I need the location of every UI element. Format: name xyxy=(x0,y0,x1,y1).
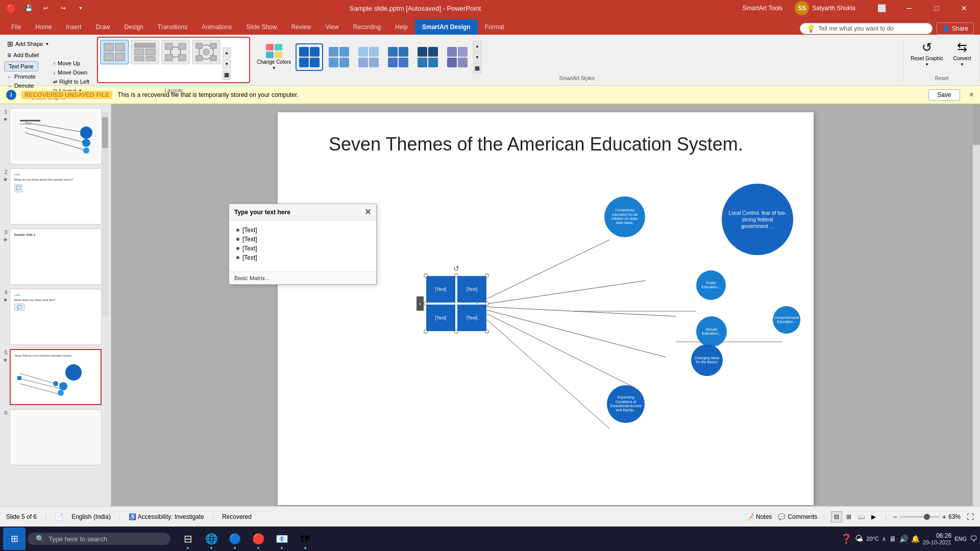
handle-tl[interactable] xyxy=(424,273,428,278)
text-pane-close-button[interactable]: ✕ xyxy=(364,207,371,217)
text-pane-text-1[interactable]: [Text] xyxy=(242,227,257,234)
customize-qat-button[interactable]: ▼ xyxy=(74,1,88,15)
zoom-level[interactable]: 63% xyxy=(948,513,961,520)
convert-button[interactable]: ⇆ Convert ▼ xyxy=(949,39,975,68)
handle-mr[interactable] xyxy=(485,302,489,306)
zoom-thumb[interactable] xyxy=(924,514,930,520)
reading-view-button[interactable]: 📖 xyxy=(855,511,867,522)
smartart-object[interactable]: ↺ › [Text] [Text] [Text] xyxy=(426,276,487,332)
tab-draw[interactable]: Draw xyxy=(88,19,117,35)
fit-button[interactable]: ⛶ xyxy=(967,513,974,521)
comments-button[interactable]: 💬 Comments xyxy=(778,513,817,520)
close-button[interactable]: ✕ xyxy=(952,0,976,16)
tab-format[interactable]: Format xyxy=(478,19,511,35)
zoom-in-button[interactable]: + xyxy=(942,513,946,521)
layout-titled-matrix[interactable] xyxy=(131,40,159,64)
layout-grid-matrix[interactable] xyxy=(161,40,190,64)
tab-review[interactable]: Review xyxy=(284,19,318,35)
slide-panel-scrollbar[interactable] xyxy=(102,112,108,316)
add-shape-button[interactable]: ⊞ Add Shape ▼ xyxy=(4,39,52,49)
smartart-expand-button[interactable]: › xyxy=(416,296,424,311)
taskbar-app-edge[interactable]: 🌐 xyxy=(200,528,223,550)
circle-secular-education[interactable]: Secular Education... xyxy=(696,316,727,347)
layouts-scroll-more[interactable]: ⬛ xyxy=(223,70,231,80)
circle-expanding[interactable]: Expanding Conditions of Educational Acce… xyxy=(607,385,645,423)
tab-design[interactable]: Design xyxy=(117,19,150,35)
style-2[interactable] xyxy=(325,43,353,71)
rotate-handle[interactable]: ↺ xyxy=(453,264,459,272)
text-pane-text-3[interactable]: [Text] xyxy=(242,245,257,252)
recovered-save-button[interactable]: Save xyxy=(928,89,960,101)
slide-thumb-6[interactable] xyxy=(10,409,102,465)
promote-button[interactable]: ← Promote xyxy=(4,72,39,81)
move-down-button[interactable]: ↓ Move Down xyxy=(50,68,92,77)
reset-graphic-button[interactable]: ↺ Reset Graphic ▼ xyxy=(908,39,946,68)
change-colors-button[interactable]: Change Colors ▼ xyxy=(254,42,293,72)
style-1[interactable] xyxy=(296,43,323,71)
styles-scroll-more[interactable]: ⬛ xyxy=(473,63,481,73)
matrix-cell-4[interactable]: [Text] xyxy=(457,304,487,332)
handle-tm[interactable] xyxy=(454,273,458,278)
style-5[interactable] xyxy=(414,43,442,71)
text-pane-item-1[interactable]: [Text] xyxy=(234,226,371,235)
text-pane-item-4[interactable]: [Text] xyxy=(234,253,371,262)
circle-compulsory[interactable]: Compulsory education for all children on… xyxy=(604,196,645,237)
demote-button[interactable]: → Demote xyxy=(4,82,37,90)
text-pane-text-2[interactable]: [Text] xyxy=(242,236,257,243)
slide-thumb-3[interactable]: Sample slide 2 xyxy=(10,229,102,285)
handle-bm[interactable] xyxy=(454,330,458,334)
matrix-cell-2[interactable]: [Text] xyxy=(457,276,487,303)
styles-scroll-up[interactable]: ▲ xyxy=(473,41,481,51)
tab-insert[interactable]: Insert xyxy=(59,19,88,35)
notes-button[interactable]: 📝 Notes xyxy=(746,513,772,520)
text-pane-item-2[interactable]: [Text] xyxy=(234,235,371,244)
matrix-cell-1[interactable]: [Text] xyxy=(426,276,456,303)
taskbar-app-powerpoint[interactable]: 🔴 xyxy=(247,528,270,550)
layout-cycle-matrix[interactable] xyxy=(192,40,220,64)
canvas-vscroll[interactable] xyxy=(973,104,980,506)
handle-br[interactable] xyxy=(485,330,489,334)
taskbar-app-maps[interactable]: 🗺 xyxy=(294,528,316,550)
zoom-slider[interactable] xyxy=(899,516,940,518)
slide-show-button[interactable]: ▶ xyxy=(868,511,879,522)
zoom-out-button[interactable]: − xyxy=(893,513,897,521)
recovered-close-button[interactable]: × xyxy=(969,90,974,99)
taskbar-up-arrow-icon[interactable]: ∧ xyxy=(882,536,886,542)
powerpoint-logo[interactable]: 🔴 xyxy=(4,1,18,15)
layout-basic-matrix[interactable] xyxy=(100,40,129,64)
styles-scroll-down[interactable]: ▼ xyxy=(473,52,481,62)
circle-local-control[interactable]: Local Control. fear of too-strong federa… xyxy=(722,184,793,255)
tab-smartart-design[interactable]: SmartArt Design xyxy=(415,19,478,35)
circle-changing-ideas[interactable]: Changing ideas for the Basics xyxy=(691,344,723,376)
style-4[interactable] xyxy=(384,43,412,71)
slide-thumb-1[interactable] xyxy=(10,108,102,164)
taskbar-notification-center[interactable]: 🗨 xyxy=(970,535,977,543)
taskbar-search[interactable]: 🔍 Type here to search xyxy=(28,533,170,545)
tab-help[interactable]: Help xyxy=(388,19,415,35)
text-pane-text-4[interactable]: [Text] xyxy=(242,254,257,261)
layouts-scroll-up[interactable]: ▲ xyxy=(223,47,231,58)
normal-view-button[interactable]: ⊟ xyxy=(831,511,842,522)
taskbar-notification-icon[interactable]: 🔔 xyxy=(911,535,920,543)
taskbar-app-email[interactable]: 📧 xyxy=(271,528,293,550)
taskbar-sound-icon[interactable]: 🔊 xyxy=(899,535,908,543)
circle-comprehensive[interactable]: Comprehensive Education... xyxy=(773,306,800,334)
add-bullet-button[interactable]: ≡ Add Bullet xyxy=(4,50,42,60)
move-up-button[interactable]: ↑ Move Up xyxy=(50,59,92,67)
style-3[interactable] xyxy=(355,43,382,71)
tab-slideshow[interactable]: Slide Show xyxy=(239,19,284,35)
handle-ml[interactable] xyxy=(424,302,428,306)
style-6[interactable] xyxy=(444,43,471,71)
matrix-cell-3[interactable]: [Text] xyxy=(426,304,456,332)
taskbar-app-taskview[interactable]: ⊟ xyxy=(177,528,199,550)
share-button[interactable]: 👤 Share xyxy=(937,22,974,35)
user-avatar[interactable]: SS xyxy=(795,1,809,15)
tab-view[interactable]: View xyxy=(318,19,346,35)
slide-canvas[interactable]: Seven Themes of the American Education S… xyxy=(278,112,814,505)
right-to-left-button[interactable]: ⇌ Right to Left xyxy=(50,78,92,86)
tell-me-input[interactable]: 💡 Tell me what you want to do xyxy=(800,23,933,34)
accessibility-status[interactable]: ♿ Accessibility: Investigate xyxy=(129,513,204,520)
undo-qat-button[interactable]: ↩ xyxy=(39,1,53,15)
slide-thumb-4[interactable]: slide What does my inbox look like? 💬 xyxy=(10,289,102,345)
circle-public-education[interactable]: Public Education... xyxy=(696,270,726,300)
